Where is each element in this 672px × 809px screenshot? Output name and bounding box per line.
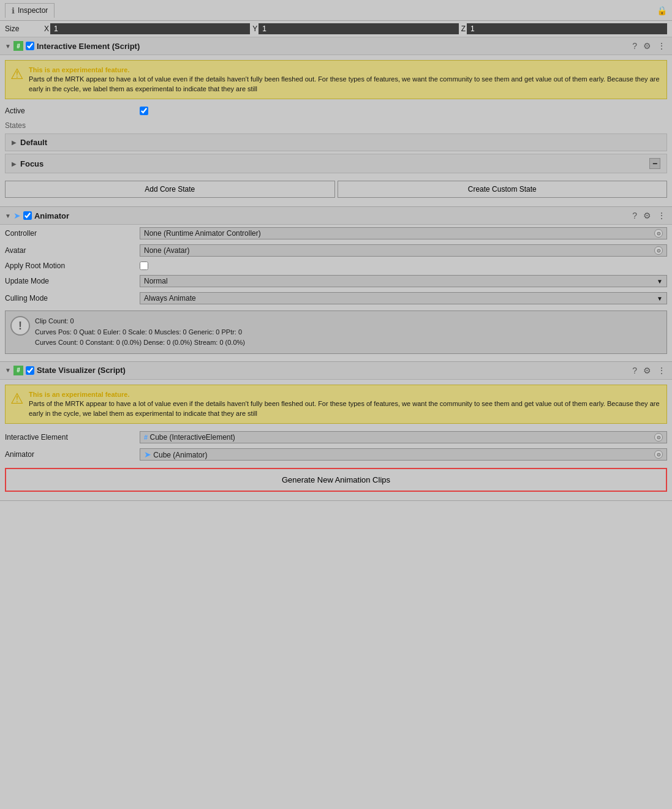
animator-info-icon: ! <box>10 316 30 336</box>
animator-body: Controller None (Runtime Animator Contro… <box>0 225 672 361</box>
update-mode-dropdown[interactable]: Normal ▼ <box>140 275 667 287</box>
add-core-state-button[interactable]: Add Core State <box>5 181 335 198</box>
controller-field-row: Controller None (Runtime Animator Contro… <box>0 225 672 242</box>
active-checkbox[interactable] <box>140 107 148 115</box>
avatar-pick-button[interactable]: ⊙ <box>654 246 663 255</box>
state-visualizer-component: ▼ # State Visualizer (Script) ? ⚙ ⋮ ⚠ Th… <box>0 362 672 501</box>
animator-header-actions: ? ⚙ ⋮ <box>631 211 667 220</box>
size-y-group: Y <box>252 23 458 34</box>
states-section-label: States <box>0 118 672 131</box>
focus-remove-button[interactable]: − <box>649 158 660 169</box>
controller-pick-button[interactable]: ⊙ <box>654 229 663 238</box>
inspector-tab: ℹ Inspector 🔒 <box>0 0 672 21</box>
focus-state-left: ▶ Focus <box>12 159 43 168</box>
size-x-input[interactable] <box>50 23 250 34</box>
sv-ie-value: # Cube (InteractiveElement) ⊙ <box>140 431 667 443</box>
ie-warning-body: Parts of the MRTK appear to have a lot o… <box>29 75 660 92</box>
update-mode-text: Normal <box>144 277 168 285</box>
avatar-label: Avatar <box>5 246 140 255</box>
sv-help-button[interactable]: ? <box>631 366 638 375</box>
x-axis-label: X <box>44 24 49 33</box>
animator-title: Animator <box>34 211 629 220</box>
sv-menu-button[interactable]: ⋮ <box>656 366 667 375</box>
update-mode-field-row: Update Mode Normal ▼ <box>0 273 672 290</box>
animator-menu-button[interactable]: ⋮ <box>656 211 667 220</box>
sv-warning-body: Parts of the MRTK appear to have a lot o… <box>29 400 660 416</box>
animator-symbol-icon: ➤ <box>13 211 21 220</box>
size-x-group: X <box>44 23 250 34</box>
inspector-tab-active[interactable]: ℹ Inspector <box>5 3 55 18</box>
avatar-input[interactable]: None (Avatar) ⊙ <box>140 244 667 257</box>
controller-text: None (Runtime Animator Controller) <box>144 229 261 238</box>
sv-ie-pick-button[interactable]: ⊙ <box>654 433 663 442</box>
sv-anim-label: Animator <box>5 450 140 459</box>
focus-state-name: Focus <box>20 159 43 168</box>
interactive-element-component: ▼ # Interactive Element (Script) ? ⚙ ⋮ ⚠… <box>0 37 672 207</box>
sv-anim-text: ➤ Cube (Animator) <box>144 450 207 459</box>
sv-settings-button[interactable]: ⚙ <box>642 366 652 375</box>
ie-settings-button[interactable]: ⚙ <box>642 41 652 51</box>
focus-expand-arrow[interactable]: ▶ <box>12 160 17 167</box>
clip-count-text: Clip Count: 0 <box>35 316 245 327</box>
controller-input[interactable]: None (Runtime Animator Controller) ⊙ <box>140 227 667 239</box>
culling-mode-text: Always Animate <box>144 294 196 303</box>
default-expand-arrow[interactable]: ▶ <box>12 139 17 146</box>
animator-info-box: ! Clip Count: 0 Curves Pos: 0 Quat: 0 Eu… <box>5 310 667 354</box>
generate-animation-clips-button[interactable]: Generate New Animation Clips <box>5 468 667 492</box>
ie-warning-title: This is an experimental feature. <box>29 66 662 75</box>
state-visualizer-header: ▼ # State Visualizer (Script) ? ⚙ ⋮ <box>0 362 672 380</box>
size-y-input[interactable] <box>259 23 458 34</box>
sv-warning-box: ⚠ This is an experimental feature. Parts… <box>5 385 667 424</box>
update-mode-label: Update Mode <box>5 277 140 285</box>
culling-mode-dropdown[interactable]: Always Animate ▼ <box>140 292 667 304</box>
collapse-arrow-anim[interactable]: ▼ <box>5 213 11 219</box>
animator-enabled-checkbox[interactable] <box>23 211 32 220</box>
sv-anim-field-row: Animator ➤ Cube (Animator) ⊙ <box>0 446 672 463</box>
states-buttons-row: Add Core State Create Custom State <box>0 176 672 203</box>
lock-icon[interactable]: 🔒 <box>657 6 667 15</box>
sv-ie-text: # Cube (InteractiveElement) <box>144 433 235 442</box>
sv-title: State Visualizer (Script) <box>37 366 629 375</box>
collapse-arrow-sv[interactable]: ▼ <box>5 367 11 374</box>
update-mode-value: Normal ▼ <box>140 275 667 287</box>
apply-root-motion-field-row: Apply Root Motion <box>0 259 672 273</box>
info-icon: ℹ <box>12 6 15 15</box>
animator-component: ▼ ➤ Animator ? ⚙ ⋮ Controller None (Runt… <box>0 207 672 362</box>
ie-help-button[interactable]: ? <box>631 41 638 51</box>
ie-hash-icon: # <box>13 41 23 51</box>
size-z-input[interactable] <box>467 23 667 34</box>
sv-warning-triangle-icon: ⚠ <box>10 390 24 407</box>
sv-ie-input[interactable]: # Cube (InteractiveElement) ⊙ <box>140 431 667 443</box>
active-value <box>140 107 667 115</box>
animator-help-button[interactable]: ? <box>631 211 638 220</box>
warning-triangle-icon: ⚠ <box>10 66 24 83</box>
default-state-left: ▶ Default <box>12 138 47 147</box>
size-z-group: Z <box>461 23 667 34</box>
culling-mode-value: Always Animate ▼ <box>140 292 667 304</box>
ie-menu-button[interactable]: ⋮ <box>656 41 667 51</box>
size-label: Size <box>5 24 42 33</box>
default-state-item: ▶ Default <box>5 134 667 151</box>
size-row: Size X Y Z <box>0 21 672 37</box>
default-state-name: Default <box>20 138 47 147</box>
apply-root-motion-checkbox[interactable] <box>140 262 148 270</box>
inspector-tab-label: Inspector <box>18 6 48 15</box>
sv-anim-pick-button[interactable]: ⊙ <box>654 450 663 459</box>
sv-enabled-checkbox[interactable] <box>26 366 34 375</box>
sv-header-actions: ? ⚙ ⋮ <box>631 366 667 375</box>
ie-enabled-checkbox[interactable] <box>26 42 34 50</box>
culling-mode-field-row: Culling Mode Always Animate ▼ <box>0 290 672 307</box>
sv-ie-field-row: Interactive Element # Cube (InteractiveE… <box>0 429 672 446</box>
sv-ie-label: Interactive Element <box>5 433 140 442</box>
animator-settings-button[interactable]: ⚙ <box>642 211 652 220</box>
sv-body: ⚠ This is an experimental feature. Parts… <box>0 385 672 500</box>
sv-anim-input[interactable]: ➤ Cube (Animator) ⊙ <box>140 448 667 461</box>
create-custom-state-button[interactable]: Create Custom State <box>338 181 668 198</box>
z-axis-label: Z <box>461 24 466 33</box>
apply-root-motion-value <box>140 262 667 270</box>
avatar-field-row: Avatar None (Avatar) ⊙ <box>0 242 672 259</box>
active-label: Active <box>5 107 140 115</box>
sv-anim-symbol-icon: ➤ <box>144 450 151 459</box>
collapse-arrow-ie[interactable]: ▼ <box>5 43 11 50</box>
ie-body: ⚠ This is an experimental feature. Parts… <box>0 60 672 206</box>
